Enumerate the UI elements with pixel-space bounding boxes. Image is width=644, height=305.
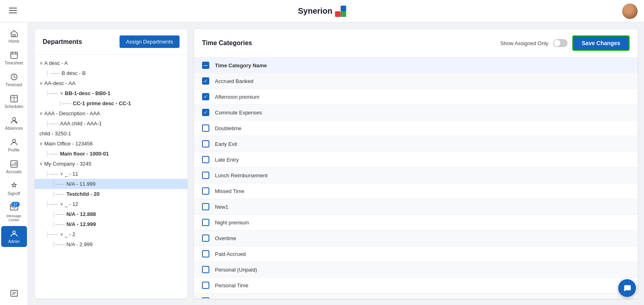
- tree-item-main-office[interactable]: ∨ Main Office - 123456: [35, 139, 188, 149]
- app-logo: Synerion: [298, 6, 346, 17]
- dash-icon: ┊——: [52, 181, 65, 187]
- svg-rect-2: [9, 12, 17, 13]
- tc-checkbox-afternoon-premium[interactable]: [202, 93, 209, 100]
- sidebar-item-schedules[interactable]: Schedules: [1, 91, 27, 112]
- tc-row-lunch-reimbursement: Lunch Reimbursement: [194, 168, 638, 183]
- sidebar-profile-label: Profile: [8, 148, 19, 152]
- sidebar-item-timecard[interactable]: Timecard: [1, 69, 27, 90]
- hamburger-button[interactable]: [6, 4, 19, 18]
- svg-point-25: [12, 231, 15, 233]
- tc-checkbox-doubletime[interactable]: [202, 124, 209, 132]
- tc-checkbox-new1[interactable]: [202, 203, 209, 210]
- tree-item-na-12999[interactable]: ┊—— N/A - 12.999: [35, 219, 188, 229]
- svg-line-13: [14, 77, 16, 78]
- sidebar-timesheet-label: Timesheet: [4, 61, 23, 65]
- chevron-icon: ∨: [60, 171, 63, 176]
- signoff-icon: [10, 181, 19, 190]
- sidebar-item-extra[interactable]: [1, 286, 27, 301]
- dash-icon: ┊——: [59, 101, 71, 106]
- tc-name-missed-time: Missed Time: [215, 188, 244, 194]
- sidebar-item-timesheet[interactable]: Timesheet: [1, 48, 27, 68]
- tree-item-cc1[interactable]: ┊—— CC-1 prime desc - CC-1: [35, 98, 188, 108]
- tc-name-paid-accrued: Paid Accrued: [215, 251, 246, 257]
- tree-item-aa-desc-aa[interactable]: ∨ AA-desc - AA: [35, 78, 188, 88]
- tc-checkbox-lunch-reimbursement[interactable]: [202, 172, 209, 179]
- chat-bubble[interactable]: [618, 279, 636, 297]
- tc-checkbox-commute-expenses[interactable]: [202, 109, 209, 116]
- tc-checkbox-personal-time[interactable]: [202, 282, 209, 289]
- tc-checkbox-night-premium[interactable]: [202, 219, 209, 226]
- tree-item-sub-2[interactable]: ┊—— ∨ _ - 2: [35, 229, 188, 239]
- tc-checkbox-missed-time[interactable]: [202, 187, 209, 195]
- tree-item-sub-11[interactable]: ┊—— ∨ _ - 11: [35, 169, 188, 179]
- tc-row-late-entry: Late Entry: [194, 152, 638, 168]
- tc-column-header: Time Category Name: [215, 62, 267, 68]
- tree-item-my-company[interactable]: ∨ My Company - 3245: [35, 159, 188, 169]
- tc-row-overtime: Overtime: [194, 230, 638, 246]
- tree-item-aaa-child[interactable]: ┊—— AAA child - AAA-1: [35, 118, 188, 129]
- tree-item-b-desc-b[interactable]: ┊ —— B desc - B: [35, 68, 188, 78]
- hamburger-icon: [9, 6, 17, 15]
- message-badge: 57: [11, 202, 19, 207]
- dash-icon: ┊——: [46, 121, 58, 127]
- show-assigned-toggle[interactable]: [553, 39, 568, 47]
- tree-item-child-3250[interactable]: child - 3250-1: [35, 129, 188, 139]
- tree-item-a-desc-a[interactable]: ∨ A desc - A: [35, 58, 188, 68]
- tc-row-regular: Regular: [194, 293, 638, 299]
- sidebar-schedules-label: Schedules: [4, 104, 23, 109]
- chevron-icon: ∨: [60, 91, 63, 96]
- tc-row-early-exit: Early Exit: [194, 136, 638, 152]
- tree-item-testchild-20[interactable]: ┊—— Testchild - 20: [35, 189, 188, 199]
- tc-name-night-premium: Night premium: [215, 220, 249, 226]
- svg-point-17: [12, 118, 15, 120]
- sidebar-item-signoff[interactable]: Signoff: [1, 178, 27, 199]
- tc-checkbox-paid-accrued[interactable]: [202, 250, 209, 257]
- dash-icon: ┊——: [52, 212, 65, 217]
- time-categories-panel: Time Categories Show Assigned Only Save …: [194, 29, 638, 299]
- sidebar-signoff-label: Signoff: [8, 191, 20, 196]
- dash-icon: ┊——: [52, 222, 65, 227]
- chevron-icon: ∨: [39, 60, 43, 66]
- tree-label: My Company - 3245: [44, 161, 91, 167]
- tree-label: B desc - B: [62, 70, 86, 76]
- tree-label: _ - 12: [65, 201, 78, 207]
- tree-item-na-12888[interactable]: ┊—— N/A - 12.888: [35, 209, 188, 219]
- svg-rect-4: [335, 11, 341, 17]
- sidebar: Home Timesheet Timecard: [0, 23, 28, 305]
- sidebar-item-accruals[interactable]: Accruals: [1, 156, 27, 177]
- tc-checkbox-overtime[interactable]: [202, 234, 209, 242]
- timesheet-icon: [10, 51, 19, 60]
- tc-checkbox-personal-unpaid[interactable]: [202, 266, 209, 273]
- tree-item-bb1[interactable]: ┊—— ∨ BB-1-desc - BB0-1: [35, 88, 188, 98]
- sidebar-item-home[interactable]: Home: [1, 26, 27, 47]
- tree-label: N/A - 12.999: [66, 221, 96, 227]
- tree-item-main-floor[interactable]: ┊—— Main floor - 1000-01: [35, 149, 188, 159]
- home-icon: [10, 29, 19, 38]
- select-all-checkbox[interactable]: [202, 62, 209, 69]
- sidebar-item-message-center[interactable]: 57 Message Center: [1, 200, 27, 225]
- chevron-icon: ∨: [60, 232, 63, 237]
- tree-item-na-11999[interactable]: ┊—— N/A - 11.999: [35, 179, 188, 189]
- sidebar-item-admin[interactable]: Admin: [1, 226, 27, 247]
- tree-label: BB-1-desc - BB0-1: [65, 90, 110, 96]
- tc-row-doubletime: Doubletime: [194, 120, 638, 136]
- departments-tree: ∨ A desc - A ┊ —— B desc - B ∨ AA-desc -…: [35, 55, 188, 299]
- user-avatar[interactable]: [622, 4, 638, 19]
- assign-departments-button[interactable]: Assign Departments: [120, 35, 180, 48]
- tree-item-sub-12[interactable]: ┊—— ∨ _ - 12: [35, 199, 188, 209]
- sidebar-item-profile[interactable]: Profile: [1, 135, 27, 156]
- tc-row-accrued-banked: Accrued Banked: [194, 73, 638, 89]
- tc-checkbox-late-entry[interactable]: [202, 156, 209, 163]
- dash-icon: ┊: [46, 71, 49, 76]
- tc-actions: Show Assigned Only Save Changes: [500, 35, 630, 51]
- tc-checkbox-regular[interactable]: [202, 297, 209, 299]
- tree-item-na-2999[interactable]: ┊—— N/A - 2.999: [35, 239, 188, 249]
- save-changes-button[interactable]: Save Changes: [572, 35, 630, 51]
- tc-checkbox-early-exit[interactable]: [202, 140, 209, 147]
- tc-checkbox-accrued-banked[interactable]: [202, 77, 209, 85]
- sidebar-accruals-label: Accruals: [6, 170, 21, 174]
- absences-icon: [10, 116, 19, 125]
- tree-item-aaa[interactable]: ∨ AAA - Description - AAA: [35, 108, 188, 118]
- chevron-icon: ∨: [60, 201, 63, 207]
- sidebar-item-absences[interactable]: Absences: [1, 113, 27, 134]
